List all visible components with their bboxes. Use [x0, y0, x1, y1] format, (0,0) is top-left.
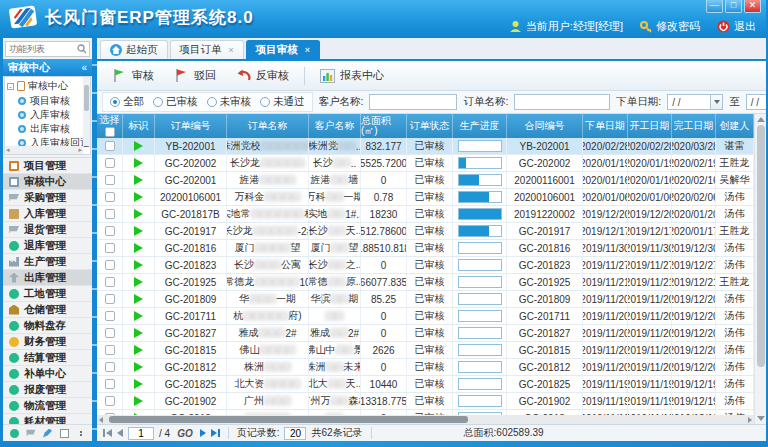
table-row[interactable]: GC-201816厦门口口口口望厦门口口望188510.818已审核GC-201… [97, 240, 754, 257]
column-header-area[interactable]: 总面积(㎡) [361, 114, 407, 138]
radio-button-icon[interactable] [153, 97, 163, 107]
row-checkbox[interactable] [105, 260, 115, 270]
customer-name-input[interactable] [369, 94, 457, 110]
row-checkbox[interactable] [105, 226, 115, 236]
sidebar-item-耗材管理[interactable]: 耗材管理 [3, 414, 92, 424]
sidebar-item-采购管理[interactable]: 采购管理 [3, 190, 92, 206]
column-header-select[interactable]: 选择 [97, 114, 123, 138]
more-icon[interactable] [76, 429, 85, 438]
cell-select[interactable] [97, 257, 123, 273]
logout-button[interactable]: 退出 [717, 19, 756, 34]
row-checkbox[interactable] [105, 192, 115, 202]
maximize-button[interactable]: □ [725, 0, 742, 13]
sidebar-item-生产管理[interactable]: 生产管理 [3, 254, 92, 270]
tree-item-项目审核[interactable]: 项目审核 [5, 94, 90, 108]
function-search-box[interactable] [5, 41, 90, 57]
row-checkbox[interactable] [105, 362, 115, 372]
scroll-down-icon[interactable] [757, 416, 765, 421]
close-button[interactable]: ✕ [744, 0, 761, 13]
horizontal-scrollbar[interactable] [97, 415, 754, 424]
sidebar-item-物料盘存[interactable]: 物料盘存 [3, 318, 92, 334]
row-checkbox[interactable] [105, 277, 115, 287]
next-page-button[interactable] [200, 429, 206, 437]
unaudit-button[interactable]: 反审核 [227, 65, 298, 86]
row-checkbox[interactable] [105, 175, 115, 185]
sidebar-item-仓储管理[interactable]: 仓储管理 [3, 302, 92, 318]
tree-root-audit-center[interactable]: - 审核中心 [5, 78, 90, 94]
search-input[interactable] [6, 44, 77, 54]
sidebar-item-结算管理[interactable]: 结算管理 [3, 350, 92, 366]
radio-未审核[interactable]: 未审核 [207, 95, 252, 109]
cart-icon[interactable] [26, 429, 35, 438]
table-row[interactable]: GC-201817B实地常口口口口口口栋实地口口1#..18230已审核2019… [97, 206, 754, 223]
page-number-input[interactable] [128, 427, 154, 440]
cell-select[interactable] [97, 189, 123, 205]
row-checkbox[interactable] [105, 328, 115, 338]
order-date-to-picker[interactable]: / / [746, 94, 766, 110]
column-header-start_date[interactable]: 开工日期 [628, 114, 672, 138]
first-page-button[interactable] [103, 429, 112, 437]
pen-icon[interactable] [43, 429, 52, 438]
cell-select[interactable] [97, 342, 123, 358]
audit-button[interactable]: 审核 [103, 65, 163, 86]
table-row[interactable]: GC-201902广州口口口广州万口口森林13318.775已审核GC-2019… [97, 393, 754, 410]
column-header-finish_date[interactable]: 完工日期 [672, 114, 716, 138]
scroll-right-icon[interactable] [748, 417, 752, 423]
row-checkbox[interactable] [105, 396, 115, 406]
column-header-status[interactable]: 订单状态 [407, 114, 453, 138]
order-name-input[interactable] [514, 94, 610, 110]
hscroll-thumb[interactable] [109, 416, 468, 423]
table-row[interactable]: GC-201823长沙口口口公寓长沙口口之..0已审核GC-2018232019… [97, 257, 754, 274]
table-row[interactable]: GC-201917长沙龙口口口口口-2#长沙口口天..8512.78600..已… [97, 223, 754, 240]
report-center-button[interactable]: 报表中心 [311, 65, 393, 86]
row-checkbox[interactable] [105, 158, 115, 168]
sidebar-item-退货管理[interactable]: 退货管理 [3, 222, 92, 238]
scroll-up-icon[interactable] [757, 117, 765, 122]
row-checkbox[interactable] [105, 294, 115, 304]
radio-未通过[interactable]: 未通过 [260, 95, 305, 109]
sidebar-item-物流管理[interactable]: 物流管理 [3, 398, 92, 414]
tree-item-入库审核[interactable]: 入库审核 [5, 108, 90, 122]
tree-item-出库审核[interactable]: 出库审核 [5, 122, 90, 136]
cell-select[interactable] [97, 223, 123, 239]
cell-select[interactable] [97, 138, 123, 154]
cell-select[interactable] [97, 206, 123, 222]
circle-icon[interactable] [10, 429, 19, 438]
row-checkbox[interactable] [105, 141, 115, 151]
scroll-left-icon[interactable] [99, 417, 103, 423]
table-row[interactable]: GC-202001旌港口口口口旌港口口墙0已审核202001160012020/… [97, 172, 754, 189]
table-row[interactable]: GC-201812株洲口口口株洲口口未来0已审核GC-2018122019/11… [97, 359, 754, 376]
cell-select[interactable] [97, 240, 123, 256]
sidebar-item-出库管理[interactable]: 出库管理 [3, 270, 92, 286]
sidebar-item-工地管理[interactable]: 工地管理 [3, 286, 92, 302]
sidebar-panel-header[interactable]: 审核中心 « [3, 59, 92, 76]
radio-button-icon[interactable] [207, 97, 217, 107]
sidebar-item-补单中心[interactable]: 补单中心 [3, 366, 92, 382]
column-header-contract_no[interactable]: 合同编号 [507, 114, 583, 138]
table-row[interactable]: YB-202001株洲党校口口口口口口株洲党口口..832.177已审核YB-2… [97, 138, 754, 155]
column-header-order_date[interactable]: 下单日期 [583, 114, 628, 138]
close-tab-icon[interactable]: × [229, 45, 234, 55]
column-header-progress[interactable]: 生产进度 [453, 114, 507, 138]
reject-button[interactable]: 驳回 [165, 65, 225, 86]
tab-home[interactable]: 起始页 [100, 40, 168, 59]
vscroll-thumb[interactable] [757, 125, 765, 367]
change-password-button[interactable]: 修改密码 [640, 19, 700, 34]
column-header-creator[interactable]: 创建人 [716, 114, 754, 138]
sidebar-item-报废管理[interactable]: 报废管理 [3, 382, 92, 398]
chevron-down-icon[interactable] [710, 95, 722, 109]
page-size-input[interactable] [284, 427, 306, 440]
row-checkbox[interactable] [105, 345, 115, 355]
cell-select[interactable] [97, 155, 123, 171]
sidebar-item-退库管理[interactable]: 退库管理 [3, 238, 92, 254]
collapse-icon[interactable]: « [81, 62, 87, 73]
report-icon[interactable] [60, 429, 69, 438]
order-date-from-picker[interactable]: / / [667, 94, 723, 110]
go-button[interactable]: GO [177, 428, 193, 439]
cell-select[interactable] [97, 308, 123, 324]
column-header-order_no[interactable]: 订单编号 [155, 114, 227, 138]
last-page-button[interactable] [211, 429, 220, 437]
table-row[interactable]: GC-201827雅成口口口2#雅成口口2#0已审核GC-2018272019/… [97, 325, 754, 342]
cell-select[interactable] [97, 172, 123, 188]
table-row[interactable]: GC-202002长沙龙口口口口口长沙口口..65525.7200..已审核GC… [97, 155, 754, 172]
